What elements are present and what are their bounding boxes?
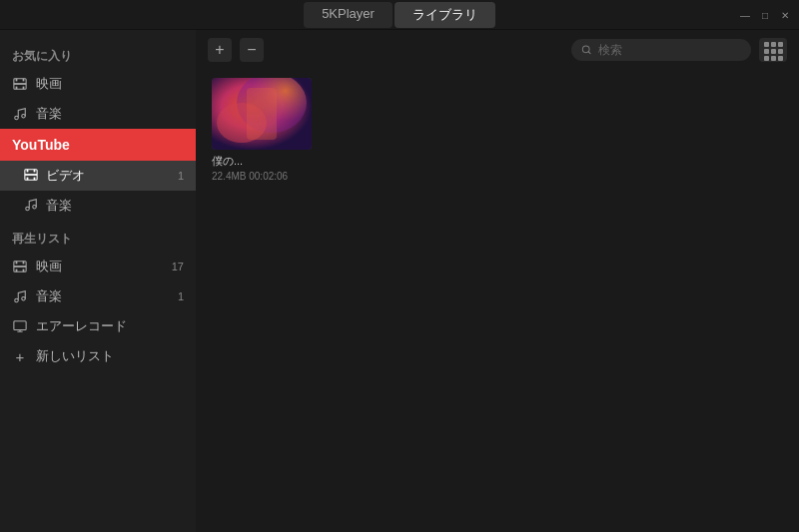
sidebar-item-fav-music[interactable]: 音楽 — [0, 99, 196, 129]
sidebar-item-fav-video[interactable]: 映画 — [0, 69, 196, 99]
youtube-label: YouTube — [12, 137, 70, 153]
pl-music-count: 1 — [178, 290, 184, 302]
svg-rect-15 — [16, 262, 18, 265]
svg-rect-19 — [14, 266, 26, 267]
thumbnail-image — [212, 78, 312, 150]
svg-rect-11 — [34, 177, 36, 180]
yt-music-label: 音楽 — [46, 197, 72, 215]
svg-rect-18 — [23, 269, 25, 272]
svg-rect-10 — [27, 177, 29, 180]
close-button[interactable]: ✕ — [779, 9, 791, 21]
svg-rect-17 — [16, 269, 18, 272]
svg-rect-26 — [247, 88, 277, 140]
favorites-section-label: お気に入り — [0, 38, 196, 69]
sidebar-item-yt-music[interactable]: 音楽 — [0, 191, 196, 221]
svg-rect-2 — [23, 79, 25, 82]
sidebar-item-pl-video[interactable]: 映画 17 — [0, 252, 196, 281]
airrecord-label: エアーレコード — [36, 317, 127, 335]
video-card[interactable]: 僕の... 22.4MB 00:02:06 — [212, 78, 312, 182]
plus-icon: + — [12, 348, 28, 364]
titlebar: 5KPlayer ライブラリ — □ ✕ — [0, 0, 799, 30]
svg-rect-4 — [23, 87, 25, 90]
yt-video-count: 1 — [178, 170, 184, 182]
video-thumbnail — [212, 78, 312, 150]
video-size: 22.4MB — [212, 171, 246, 182]
monitor-icon — [12, 318, 28, 334]
view-toggle-button[interactable] — [759, 38, 787, 62]
sidebar-item-pl-music[interactable]: 音楽 1 — [0, 281, 196, 311]
remove-button[interactable]: − — [240, 38, 264, 62]
content-toolbar: + − — [196, 30, 799, 70]
sidebar-item-airrecord[interactable]: エアーレコード — [0, 311, 196, 341]
music-icon-pl — [12, 288, 28, 304]
svg-rect-8 — [27, 169, 29, 172]
playlist-section-label: 再生リスト — [0, 221, 196, 252]
youtube-section-header[interactable]: YouTube — [0, 129, 196, 161]
svg-rect-9 — [34, 169, 36, 172]
content-area: + − — [196, 30, 799, 532]
search-input[interactable] — [598, 43, 741, 57]
film-icon-yt-video — [24, 168, 38, 185]
svg-point-13 — [33, 205, 37, 209]
music-icon-yt — [24, 198, 38, 215]
video-title: 僕の... — [212, 154, 312, 169]
svg-point-6 — [22, 114, 26, 118]
maximize-button[interactable]: □ — [759, 9, 771, 21]
svg-rect-5 — [14, 83, 26, 85]
video-meta: 22.4MB 00:02:06 — [212, 171, 312, 182]
fav-music-label: 音楽 — [36, 105, 62, 123]
pl-video-count: 17 — [172, 261, 184, 272]
sidebar-item-yt-video[interactable]: ビデオ 1 — [0, 161, 196, 191]
film-icon-pl — [12, 259, 28, 274]
sidebar-item-new-list[interactable]: + 新しいリスト — [0, 341, 196, 371]
film-icon — [12, 76, 28, 92]
pl-video-label: 映画 — [36, 258, 62, 275]
add-button[interactable]: + — [208, 38, 232, 62]
pl-music-label: 音楽 — [36, 287, 62, 305]
video-duration: 00:02:06 — [249, 171, 288, 182]
svg-point-20 — [22, 296, 26, 300]
tab-5kplayer[interactable]: 5KPlayer — [304, 2, 393, 28]
new-list-label: 新しいリスト — [36, 347, 114, 365]
music-icon — [12, 106, 28, 122]
sidebar: お気に入り 映画 音楽 YouTube ビデオ 1 — [0, 30, 196, 532]
minimize-button[interactable]: — — [739, 9, 751, 21]
fav-video-label: 映画 — [36, 75, 62, 93]
window-controls: — □ ✕ — [739, 0, 791, 30]
titlebar-tabs: 5KPlayer ライブラリ — [304, 2, 495, 28]
video-grid: 僕の... 22.4MB 00:02:06 — [196, 70, 799, 190]
main-layout: お気に入り 映画 音楽 YouTube ビデオ 1 — [0, 30, 799, 532]
yt-video-label: ビデオ — [46, 167, 85, 185]
svg-rect-21 — [14, 321, 26, 330]
search-icon — [581, 44, 592, 56]
tab-library[interactable]: ライブラリ — [395, 2, 495, 28]
search-box[interactable] — [571, 39, 751, 61]
svg-rect-12 — [25, 174, 37, 176]
svg-rect-3 — [16, 87, 18, 90]
svg-rect-1 — [16, 79, 18, 82]
svg-rect-16 — [23, 262, 25, 265]
